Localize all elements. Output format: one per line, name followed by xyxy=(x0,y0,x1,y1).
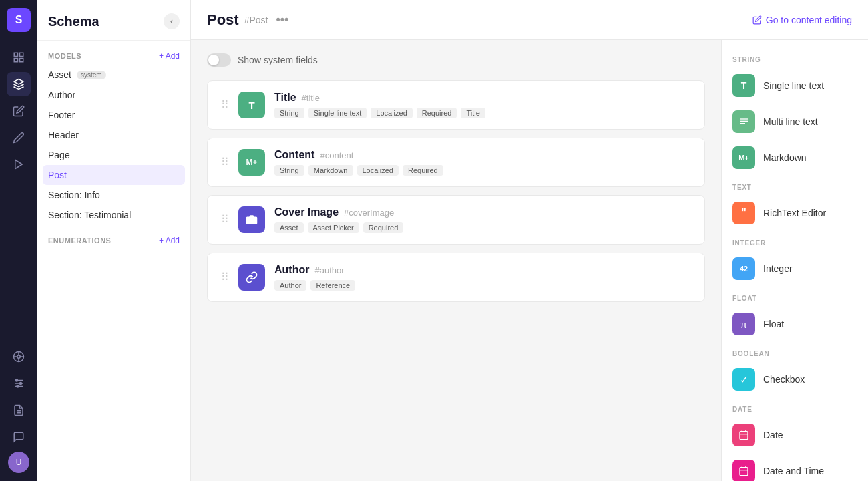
right-panel: STRING T Single line text Multi line tex… xyxy=(721,40,868,481)
svg-marker-4 xyxy=(15,160,23,169)
sidebar-collapse-button[interactable]: ‹ xyxy=(164,13,180,29)
nav-icon-edit[interactable] xyxy=(7,99,31,123)
models-section-label: Models + Add xyxy=(37,41,190,65)
svg-point-5 xyxy=(17,355,21,359)
sidebar-item-footer[interactable]: Footer xyxy=(37,105,190,125)
panel-section-boolean: BOOLEAN xyxy=(722,342,868,361)
sidebar-item-asset[interactable]: Asset system xyxy=(37,65,190,85)
page-title-area: Post #Post ••• xyxy=(207,11,288,29)
sidebar-title: Schema xyxy=(48,14,99,29)
panel-label-multi-line-text: Multi line text xyxy=(763,116,818,127)
icon-bar: S xyxy=(0,0,37,481)
svg-rect-26 xyxy=(740,468,748,476)
system-fields-switch[interactable] xyxy=(207,53,231,67)
field-card-cover-image: ⠿ Cover Image #coverImage Asset Asset Pi… xyxy=(207,195,705,245)
sidebar-header: Schema ‹ xyxy=(37,0,190,41)
drag-handle-author[interactable]: ⠿ xyxy=(221,272,229,283)
panel-label-integer: Integer xyxy=(763,263,793,274)
field-icon-title: T xyxy=(238,92,265,118)
models-add-button[interactable]: + Add xyxy=(159,51,180,61)
enumerations-add-button[interactable]: + Add xyxy=(159,236,180,245)
system-fields-toggle: Show system fields xyxy=(207,53,705,67)
svg-rect-20 xyxy=(740,121,748,122)
nav-icon-chat[interactable] xyxy=(7,425,31,449)
field-name-title: Title #title xyxy=(274,92,691,104)
panel-item-checkbox[interactable]: ✓ Checkbox xyxy=(722,361,868,397)
panel-section-date: DATE xyxy=(722,397,868,417)
field-name-content: Content #content xyxy=(274,149,691,161)
field-info-cover-image: Cover Image #coverImage Asset Asset Pick… xyxy=(274,206,691,233)
nav-icon-plugin[interactable] xyxy=(7,345,31,369)
svg-rect-3 xyxy=(20,59,23,62)
panel-label-checkbox: Checkbox xyxy=(763,374,805,385)
tag: String xyxy=(274,165,304,176)
asset-badge: system xyxy=(77,71,106,79)
panel-icon-integer: 42 xyxy=(732,257,755,280)
tag: Required xyxy=(363,222,404,233)
panel-item-single-line-text[interactable]: T Single line text xyxy=(722,67,868,104)
drag-handle-content[interactable]: ⠿ xyxy=(221,157,229,168)
nav-icon-layers[interactable] xyxy=(7,45,31,69)
sidebar-item-section-info[interactable]: Section: Info xyxy=(37,185,190,205)
svg-rect-1 xyxy=(20,53,23,56)
main-header: Post #Post ••• Go to content editing xyxy=(191,0,868,40)
tag: Markdown xyxy=(308,165,353,176)
drag-handle-title[interactable]: ⠿ xyxy=(221,100,229,110)
svg-point-15 xyxy=(17,385,19,387)
user-avatar[interactable]: U xyxy=(8,452,29,473)
go-to-editing-button[interactable]: Go to content editing xyxy=(752,15,852,25)
nav-icon-sliders[interactable] xyxy=(7,371,31,395)
panel-icon-date-and-time xyxy=(732,460,755,481)
nav-icon-document[interactable] xyxy=(7,398,31,422)
field-info-author: Author #author Author Reference xyxy=(274,264,691,291)
nav-icon-schema[interactable] xyxy=(7,72,31,96)
panel-icon-date xyxy=(732,424,755,446)
panel-item-markdown[interactable]: M+ Markdown xyxy=(722,140,868,176)
drag-handle-cover-image[interactable]: ⠿ xyxy=(221,214,229,225)
nav-icon-pen[interactable] xyxy=(7,126,31,150)
sidebar-item-post[interactable]: Post xyxy=(43,165,185,185)
field-info-title: Title #title String Single line text Loc… xyxy=(274,92,691,118)
sidebar-item-page[interactable]: Page xyxy=(37,145,190,165)
nav-icon-play[interactable] xyxy=(7,152,31,176)
svg-rect-2 xyxy=(14,59,17,62)
panel-item-multi-line-text[interactable]: Multi line text xyxy=(722,104,868,140)
main-content: Post #Post ••• Go to content editing Sho… xyxy=(191,0,868,481)
panel-label-single-line-text: Single line text xyxy=(763,80,824,91)
field-card-content: ⠿ M+ Content #content String Markdown Lo… xyxy=(207,138,705,187)
sidebar-item-section-testimonial[interactable]: Section: Testimonial xyxy=(37,205,190,225)
field-card-author: ⠿ Author #author Author Reference xyxy=(207,253,705,302)
field-info-content: Content #content String Markdown Localiz… xyxy=(274,149,691,176)
field-name-author: Author #author xyxy=(274,264,691,276)
field-icon-content: M+ xyxy=(238,149,265,176)
svg-rect-19 xyxy=(740,118,748,119)
field-tags-author: Author Reference xyxy=(274,280,691,291)
tag: Title xyxy=(461,108,485,118)
panel-section-float: FLOAT xyxy=(722,287,868,306)
svg-rect-0 xyxy=(14,53,17,56)
field-name-cover-image: Cover Image #coverImage xyxy=(274,206,691,218)
panel-icon-multi-line-text xyxy=(732,110,755,133)
field-card-title: ⠿ T Title #title String Single line text… xyxy=(207,80,705,130)
more-options-button[interactable]: ••• xyxy=(276,13,289,27)
panel-item-date-and-time[interactable]: Date and Time xyxy=(722,453,868,481)
app-logo[interactable]: S xyxy=(7,8,31,32)
tag: Single line text xyxy=(308,108,367,118)
field-icon-author xyxy=(238,264,265,291)
schema-area: Show system fields ⠿ T Title #title Stri… xyxy=(191,40,721,481)
tag: Author xyxy=(274,280,306,291)
tag: Required xyxy=(417,108,457,118)
field-tags-cover-image: Asset Asset Picker Required xyxy=(274,222,691,233)
sidebar-item-header[interactable]: Header xyxy=(37,125,190,145)
panel-label-float: Float xyxy=(763,319,784,329)
panel-item-date[interactable]: Date xyxy=(722,417,868,453)
panel-item-float[interactable]: π Float xyxy=(722,306,868,342)
tag: Asset Picker xyxy=(308,222,359,233)
panel-item-integer[interactable]: 42 Integer xyxy=(722,251,868,287)
svg-point-18 xyxy=(250,218,254,222)
sidebar-item-author[interactable]: Author xyxy=(37,85,190,105)
tag: Required xyxy=(403,165,443,176)
svg-rect-22 xyxy=(740,432,748,440)
panel-item-richtext[interactable]: " RichText Editor xyxy=(722,195,868,231)
main-body: Show system fields ⠿ T Title #title Stri… xyxy=(191,40,868,481)
